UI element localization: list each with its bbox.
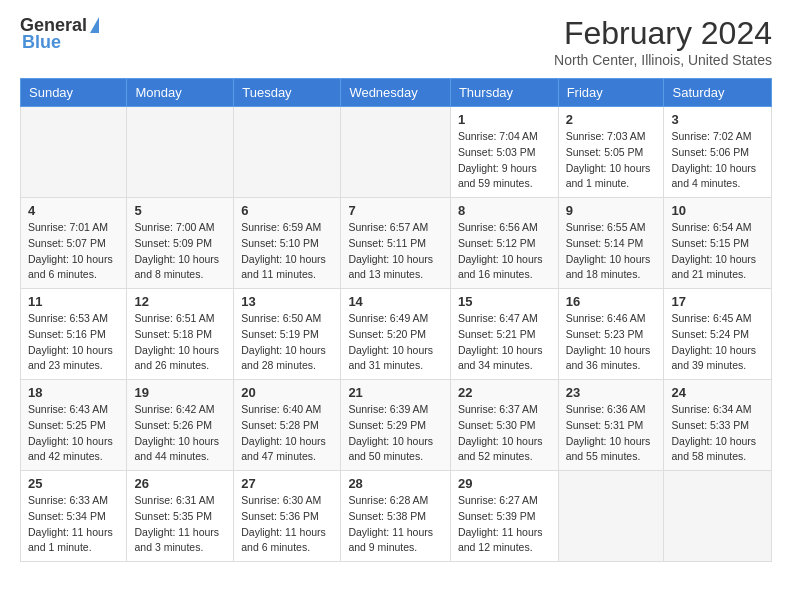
day-number: 7 <box>348 203 443 218</box>
day-number: 3 <box>671 112 764 127</box>
calendar-cell: 10Sunrise: 6:54 AM Sunset: 5:15 PM Dayli… <box>664 198 772 289</box>
day-info: Sunrise: 6:33 AM Sunset: 5:34 PM Dayligh… <box>28 493 119 556</box>
calendar-week-row: 11Sunrise: 6:53 AM Sunset: 5:16 PM Dayli… <box>21 289 772 380</box>
day-info: Sunrise: 6:27 AM Sunset: 5:39 PM Dayligh… <box>458 493 551 556</box>
day-number: 8 <box>458 203 551 218</box>
calendar-week-row: 1Sunrise: 7:04 AM Sunset: 5:03 PM Daylig… <box>21 107 772 198</box>
day-number: 27 <box>241 476 333 491</box>
day-info: Sunrise: 7:03 AM Sunset: 5:05 PM Dayligh… <box>566 129 657 192</box>
day-info: Sunrise: 6:49 AM Sunset: 5:20 PM Dayligh… <box>348 311 443 374</box>
logo: General Blue <box>20 15 99 53</box>
calendar-cell: 9Sunrise: 6:55 AM Sunset: 5:14 PM Daylig… <box>558 198 664 289</box>
day-number: 29 <box>458 476 551 491</box>
day-number: 24 <box>671 385 764 400</box>
day-number: 22 <box>458 385 551 400</box>
day-info: Sunrise: 6:45 AM Sunset: 5:24 PM Dayligh… <box>671 311 764 374</box>
day-number: 6 <box>241 203 333 218</box>
calendar-cell: 29Sunrise: 6:27 AM Sunset: 5:39 PM Dayli… <box>450 471 558 562</box>
day-number: 12 <box>134 294 226 309</box>
calendar-cell: 2Sunrise: 7:03 AM Sunset: 5:05 PM Daylig… <box>558 107 664 198</box>
calendar-week-row: 18Sunrise: 6:43 AM Sunset: 5:25 PM Dayli… <box>21 380 772 471</box>
day-info: Sunrise: 6:34 AM Sunset: 5:33 PM Dayligh… <box>671 402 764 465</box>
column-header-tuesday: Tuesday <box>234 79 341 107</box>
day-info: Sunrise: 7:02 AM Sunset: 5:06 PM Dayligh… <box>671 129 764 192</box>
day-info: Sunrise: 6:39 AM Sunset: 5:29 PM Dayligh… <box>348 402 443 465</box>
day-number: 14 <box>348 294 443 309</box>
column-header-sunday: Sunday <box>21 79 127 107</box>
calendar-cell: 23Sunrise: 6:36 AM Sunset: 5:31 PM Dayli… <box>558 380 664 471</box>
day-number: 17 <box>671 294 764 309</box>
calendar-cell: 7Sunrise: 6:57 AM Sunset: 5:11 PM Daylig… <box>341 198 451 289</box>
day-info: Sunrise: 6:51 AM Sunset: 5:18 PM Dayligh… <box>134 311 226 374</box>
day-info: Sunrise: 6:53 AM Sunset: 5:16 PM Dayligh… <box>28 311 119 374</box>
calendar-cell <box>341 107 451 198</box>
calendar-cell: 21Sunrise: 6:39 AM Sunset: 5:29 PM Dayli… <box>341 380 451 471</box>
day-info: Sunrise: 6:43 AM Sunset: 5:25 PM Dayligh… <box>28 402 119 465</box>
calendar-cell: 13Sunrise: 6:50 AM Sunset: 5:19 PM Dayli… <box>234 289 341 380</box>
day-info: Sunrise: 6:42 AM Sunset: 5:26 PM Dayligh… <box>134 402 226 465</box>
location-subtitle: North Center, Illinois, United States <box>554 52 772 68</box>
day-number: 18 <box>28 385 119 400</box>
column-header-saturday: Saturday <box>664 79 772 107</box>
day-info: Sunrise: 6:57 AM Sunset: 5:11 PM Dayligh… <box>348 220 443 283</box>
day-number: 13 <box>241 294 333 309</box>
calendar-cell <box>558 471 664 562</box>
column-header-thursday: Thursday <box>450 79 558 107</box>
calendar-cell: 19Sunrise: 6:42 AM Sunset: 5:26 PM Dayli… <box>127 380 234 471</box>
calendar-cell: 5Sunrise: 7:00 AM Sunset: 5:09 PM Daylig… <box>127 198 234 289</box>
day-number: 4 <box>28 203 119 218</box>
calendar-cell: 15Sunrise: 6:47 AM Sunset: 5:21 PM Dayli… <box>450 289 558 380</box>
column-header-wednesday: Wednesday <box>341 79 451 107</box>
day-number: 10 <box>671 203 764 218</box>
day-number: 25 <box>28 476 119 491</box>
column-header-monday: Monday <box>127 79 234 107</box>
day-number: 19 <box>134 385 226 400</box>
day-info: Sunrise: 6:37 AM Sunset: 5:30 PM Dayligh… <box>458 402 551 465</box>
calendar-cell: 12Sunrise: 6:51 AM Sunset: 5:18 PM Dayli… <box>127 289 234 380</box>
day-number: 16 <box>566 294 657 309</box>
logo-arrow-icon <box>90 17 99 33</box>
day-number: 9 <box>566 203 657 218</box>
day-number: 5 <box>134 203 226 218</box>
calendar-cell: 25Sunrise: 6:33 AM Sunset: 5:34 PM Dayli… <box>21 471 127 562</box>
column-header-friday: Friday <box>558 79 664 107</box>
day-number: 23 <box>566 385 657 400</box>
calendar-cell: 6Sunrise: 6:59 AM Sunset: 5:10 PM Daylig… <box>234 198 341 289</box>
calendar-table: SundayMondayTuesdayWednesdayThursdayFrid… <box>20 78 772 562</box>
calendar-cell: 16Sunrise: 6:46 AM Sunset: 5:23 PM Dayli… <box>558 289 664 380</box>
calendar-cell <box>21 107 127 198</box>
calendar-cell: 27Sunrise: 6:30 AM Sunset: 5:36 PM Dayli… <box>234 471 341 562</box>
calendar-header-row: SundayMondayTuesdayWednesdayThursdayFrid… <box>21 79 772 107</box>
calendar-cell: 11Sunrise: 6:53 AM Sunset: 5:16 PM Dayli… <box>21 289 127 380</box>
day-info: Sunrise: 6:55 AM Sunset: 5:14 PM Dayligh… <box>566 220 657 283</box>
calendar-cell: 28Sunrise: 6:28 AM Sunset: 5:38 PM Dayli… <box>341 471 451 562</box>
calendar-cell <box>234 107 341 198</box>
calendar-cell: 14Sunrise: 6:49 AM Sunset: 5:20 PM Dayli… <box>341 289 451 380</box>
day-info: Sunrise: 6:56 AM Sunset: 5:12 PM Dayligh… <box>458 220 551 283</box>
day-info: Sunrise: 7:01 AM Sunset: 5:07 PM Dayligh… <box>28 220 119 283</box>
day-info: Sunrise: 6:54 AM Sunset: 5:15 PM Dayligh… <box>671 220 764 283</box>
calendar-cell: 4Sunrise: 7:01 AM Sunset: 5:07 PM Daylig… <box>21 198 127 289</box>
calendar-week-row: 25Sunrise: 6:33 AM Sunset: 5:34 PM Dayli… <box>21 471 772 562</box>
day-info: Sunrise: 6:40 AM Sunset: 5:28 PM Dayligh… <box>241 402 333 465</box>
month-title: February 2024 <box>554 15 772 52</box>
day-number: 2 <box>566 112 657 127</box>
page-header: General Blue February 2024 North Center,… <box>20 15 772 68</box>
calendar-cell <box>664 471 772 562</box>
day-number: 21 <box>348 385 443 400</box>
day-info: Sunrise: 6:46 AM Sunset: 5:23 PM Dayligh… <box>566 311 657 374</box>
day-info: Sunrise: 6:30 AM Sunset: 5:36 PM Dayligh… <box>241 493 333 556</box>
day-info: Sunrise: 6:50 AM Sunset: 5:19 PM Dayligh… <box>241 311 333 374</box>
day-number: 1 <box>458 112 551 127</box>
day-info: Sunrise: 6:36 AM Sunset: 5:31 PM Dayligh… <box>566 402 657 465</box>
calendar-cell: 22Sunrise: 6:37 AM Sunset: 5:30 PM Dayli… <box>450 380 558 471</box>
day-info: Sunrise: 6:59 AM Sunset: 5:10 PM Dayligh… <box>241 220 333 283</box>
day-info: Sunrise: 7:04 AM Sunset: 5:03 PM Dayligh… <box>458 129 551 192</box>
day-number: 15 <box>458 294 551 309</box>
day-info: Sunrise: 6:47 AM Sunset: 5:21 PM Dayligh… <box>458 311 551 374</box>
calendar-cell: 24Sunrise: 6:34 AM Sunset: 5:33 PM Dayli… <box>664 380 772 471</box>
calendar-cell: 26Sunrise: 6:31 AM Sunset: 5:35 PM Dayli… <box>127 471 234 562</box>
logo-blue-text: Blue <box>22 32 61 53</box>
calendar-cell: 17Sunrise: 6:45 AM Sunset: 5:24 PM Dayli… <box>664 289 772 380</box>
calendar-cell <box>127 107 234 198</box>
